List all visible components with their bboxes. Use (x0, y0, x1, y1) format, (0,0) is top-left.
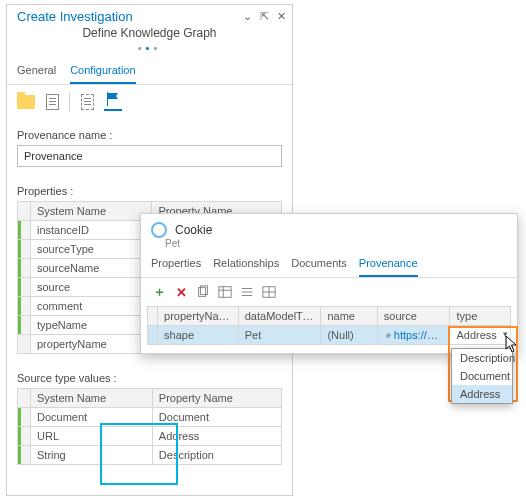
step-dot[interactable]: • (153, 42, 161, 54)
entity-popup: Cookie Pet Properties Relationships Docu… (140, 213, 518, 354)
col-name[interactable]: name (321, 307, 377, 326)
link-icon: ⚭ (381, 329, 394, 342)
dropdown-option[interactable]: Description (452, 349, 512, 367)
table-header-row: propertyName dataModelType name source t… (148, 307, 511, 326)
table-row[interactable]: StringDescription (18, 446, 282, 465)
chevron-down-icon[interactable]: ▾ (503, 329, 508, 339)
provenance-name-input[interactable] (17, 145, 282, 167)
source-type-values-table[interactable]: System Name Property Name DocumentDocume… (17, 388, 282, 465)
panel-toolbar (7, 85, 292, 119)
grid-icon[interactable] (261, 284, 277, 300)
table-row[interactable]: DocumentDocument (18, 408, 282, 427)
provenance-name-label: Provenance name : (17, 129, 282, 141)
tab-properties[interactable]: Properties (151, 253, 201, 277)
panel-tabs: General Configuration (7, 60, 292, 85)
wizard-step-dots: ••• (7, 42, 292, 60)
provenance-grid[interactable]: propertyName dataModelType name source t… (147, 306, 511, 345)
col-source[interactable]: source (377, 307, 450, 326)
tab-configuration[interactable]: Configuration (70, 60, 135, 84)
toolbar-separator (69, 93, 70, 111)
tab-general[interactable]: General (17, 60, 56, 84)
copy-icon[interactable] (195, 284, 211, 300)
dropdown-option-selected[interactable]: Address (452, 385, 512, 403)
delete-button[interactable]: ✕ (173, 284, 189, 300)
col-system-name[interactable]: System Name (31, 389, 153, 408)
panel-subtitle: Define Knowledge Graph (7, 26, 292, 42)
dropdown-option[interactable]: Document (452, 367, 512, 385)
svg-rect-2 (219, 287, 231, 298)
table-icon[interactable] (217, 284, 233, 300)
table-row[interactable]: URLAddress (18, 427, 282, 446)
source-type-values-section: Source type values : System Name Propert… (7, 362, 292, 473)
provenance-section: Provenance name : (7, 119, 292, 175)
folder-icon[interactable] (17, 93, 35, 111)
panel-title: Create Investigation (17, 9, 133, 24)
step-dot[interactable]: • (138, 42, 146, 54)
col-property-name[interactable]: Property Name (152, 389, 281, 408)
pages-icon[interactable] (43, 93, 61, 111)
chevron-down-icon[interactable]: ⌄ (243, 10, 252, 23)
list-icon[interactable] (239, 284, 255, 300)
flag-icon[interactable] (104, 93, 122, 111)
cell-datamodeltype[interactable]: Pet (238, 326, 321, 345)
pin-icon[interactable]: ⇱ (260, 10, 269, 23)
cell-propertyname[interactable]: shape (158, 326, 239, 345)
entity-type-icon (151, 222, 167, 238)
new-page-icon[interactable] (78, 93, 96, 111)
col-datamodeltype[interactable]: dataModelType (238, 307, 321, 326)
properties-label: Properties : (17, 185, 282, 197)
panel-header: Create Investigation ⌄ ⇱ ✕ (7, 5, 292, 26)
cell-type[interactable]: Address ▾ (450, 326, 511, 345)
add-button[interactable]: ＋ (151, 284, 167, 300)
popup-title: Cookie (175, 223, 212, 237)
popup-tabs: Properties Relationships Documents Prove… (141, 253, 517, 278)
popup-toolbar: ＋ ✕ (141, 278, 517, 306)
col-system-name[interactable]: System Name (31, 202, 152, 221)
tab-provenance[interactable]: Provenance (359, 253, 418, 277)
col-propertyname[interactable]: propertyName (158, 307, 239, 326)
source-type-values-label: Source type values : (17, 372, 282, 384)
close-icon[interactable]: ✕ (277, 10, 286, 23)
type-dropdown[interactable]: Description Document Address (451, 348, 513, 404)
tab-relationships[interactable]: Relationships (213, 253, 279, 277)
tab-documents[interactable]: Documents (291, 253, 347, 277)
cell-name[interactable]: (Null) (321, 326, 377, 345)
table-header-row: System Name Property Name (18, 389, 282, 408)
panel-window-controls: ⌄ ⇱ ✕ (243, 10, 286, 23)
cell-source[interactable]: ⚭https://w… (377, 326, 450, 345)
col-type[interactable]: type (450, 307, 511, 326)
popup-subtitle: Pet (165, 238, 517, 253)
table-row[interactable]: shape Pet (Null) ⚭https://w… Address ▾ (148, 326, 511, 345)
